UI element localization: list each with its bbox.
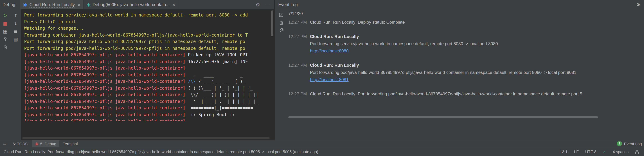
console-line: [java-hello-world-867854997c-pfljs java-… [24, 58, 274, 65]
event-body: Cloud Run: Run LocallyPort forwarding po… [310, 62, 641, 83]
wrench-icon[interactable] [278, 28, 284, 33]
gear-icon[interactable]: ⚙ [256, 2, 260, 7]
event-time: 12:27 PM [288, 62, 308, 83]
minimize-icon[interactable]: — [266, 2, 270, 7]
tab-cloud-run-run-locally[interactable]: Cloud Run: Run Locally × [20, 0, 84, 9]
event-list: 12:27 PMCloud Run: Run Locally: Deploy s… [288, 19, 641, 97]
status-bar: Cloud Run: Run Locally: Port forwarding … [0, 147, 644, 156]
debug-header-actions: ⚙ — [256, 0, 270, 9]
event-body: Cloud Run: Run Locally: Deploy status: C… [310, 19, 641, 26]
event-log-body: 7/14/20 12:27 PMCloud Run: Run Locally: … [275, 9, 644, 140]
layout-icon[interactable]: ▤ [12, 35, 19, 43]
step-down-icon[interactable]: ↓ [12, 20, 19, 27]
clear-all-icon[interactable] [279, 20, 284, 25]
event-log-content: 7/14/20 12:27 PMCloud Run: Run Locally: … [288, 11, 641, 133]
event-time: 12:27 PM [288, 90, 308, 97]
todo-label: 6: TODO [12, 142, 28, 146]
event-text: Cloud Run: Run Locally: Deploy status: C… [310, 19, 641, 26]
tab-debug-5005[interactable]: Debug(5005): java-hello-world-contain...… [84, 0, 178, 9]
event-log-horizontal-scrollbar[interactable] [288, 116, 598, 118]
console-line: Watching for changes... [24, 25, 274, 32]
event-link[interactable]: http://localhost:8081 [310, 76, 349, 83]
event-text: Cloud Run: Run Locally: Port forwarding … [310, 90, 641, 97]
event-title: Cloud Run: Run Locally [310, 62, 641, 69]
console-line: [java-hello-world-867854997c-pfljs java-… [24, 105, 274, 111]
console-line: Port forwarding service/java-hello-world… [24, 12, 274, 18]
tool-window-button-event-log[interactable]: 3 Event Log [617, 141, 644, 146]
event-link[interactable]: http://localhost:8080 [310, 47, 349, 55]
restore-layout-icon[interactable]: ▦ [2, 28, 9, 35]
file-encoding[interactable]: UTF-8 [585, 150, 596, 154]
console-line: Forwarding container java-hello-world-86… [24, 32, 274, 38]
console-horizontal-scrollbar[interactable] [22, 137, 270, 139]
ide-window: Debug: Cloud Run: Run Locally × [0, 0, 644, 156]
tool-window-switcher-icon[interactable]: ≡ [0, 141, 9, 146]
debug-bug-icon [86, 2, 91, 7]
event-item: 12:27 PMCloud Run: Run LocallyPort forwa… [288, 62, 641, 83]
console-line: Port forwarding pod/java-hello-world-867… [24, 38, 274, 45]
trash-icon[interactable] [2, 43, 9, 51]
event-item: 12:27 PMCloud Run: Run LocallyPort forwa… [288, 33, 641, 55]
stop-icon[interactable]: ■ [2, 20, 9, 27]
tool-window-button-terminal[interactable]: Terminal [60, 140, 81, 147]
console-output: Port forwarding service/java-hello-world… [21, 9, 274, 121]
console-line: Press Ctrl+C to exit [24, 18, 274, 25]
console-settings-icon[interactable]: ≡ [12, 28, 19, 35]
cloud-run-icon [23, 2, 28, 7]
event-text: Port forwarding service/java-hello-world… [310, 40, 641, 47]
event-item: 12:27 PMCloud Run: Run Locally: Port for… [288, 90, 641, 97]
console-line: Port forwarding pod/java-hello-world-867… [24, 45, 274, 52]
console-line: [java-hello-world-867854997c-pfljs java-… [24, 85, 274, 91]
console-line: [java-hello-world-867854997c-pfljs java-… [24, 91, 274, 98]
run-console[interactable]: Port forwarding service/java-hello-world… [21, 9, 274, 140]
event-log-toolbar [276, 12, 286, 33]
console-line: [java-hello-world-867854997c-pfljs java-… [24, 118, 274, 121]
debug-tool-window: Debug: Cloud Run: Run Locally × [0, 0, 274, 140]
debug-bug-icon [35, 142, 39, 146]
event-text: Port forwarding pod/java-hello-world-867… [310, 69, 641, 76]
event-log-button-label: Event Log [624, 142, 642, 146]
console-line: [java-hello-world-867854997c-pfljs java-… [24, 98, 274, 105]
event-item: 12:27 PMCloud Run: Run Locally: Deploy s… [288, 19, 641, 26]
lock-icon[interactable] [635, 149, 639, 154]
event-time: 12:27 PM [288, 33, 308, 55]
tool-window-bar: ≡ 6: TODO 5: Debug Terminal 3 Eve [0, 140, 644, 147]
gear-icon[interactable]: ⚙ [636, 2, 640, 7]
event-log-title: Event Log [278, 2, 298, 7]
debug-toolbar: ↻ ↑ ■ ↓ ▦ ≡ ▤ [0, 9, 21, 140]
tool-window-button-todo[interactable]: 6: TODO [9, 140, 32, 147]
event-body: Cloud Run: Run Locally: Port forwarding … [310, 90, 641, 97]
event-log-panel: Event Log ⚙ [274, 0, 644, 140]
line-separator[interactable]: LF [574, 150, 579, 154]
console-line: [java-hello-world-867854997c-pfljs java-… [24, 52, 274, 58]
debug-header: Debug: Cloud Run: Run Locally × [0, 0, 274, 9]
console-line: [java-hello-world-867854997c-pfljs java-… [24, 72, 274, 78]
event-log-badge: 3 [617, 141, 622, 146]
event-date: 7/14/20 [288, 11, 641, 16]
tool-window-button-debug[interactable]: 5: Debug [32, 140, 60, 147]
pin-icon[interactable] [2, 35, 9, 43]
debug-body: ↻ ↑ ■ ↓ ▦ ≡ ▤ [0, 9, 274, 140]
indent-setting[interactable]: 4 spaces [613, 150, 628, 154]
console-line: [java-hello-world-867854997c-pfljs java-… [24, 78, 274, 85]
status-message: Cloud Run: Run Locally: Port forwarding … [4, 150, 318, 154]
status-bar-widgets: 13:1 LF UTF-8 ✓ 4 spaces [560, 149, 640, 154]
step-up-icon[interactable]: ↑ [12, 12, 19, 19]
event-body: Cloud Run: Run LocallyPort forwarding se… [310, 33, 641, 55]
console-vertical-scrollbar[interactable] [271, 10, 273, 36]
event-log-header: Event Log ⚙ [275, 0, 644, 9]
tab-label: Cloud Run: Run Locally [29, 2, 75, 7]
mark-all-read-icon[interactable] [278, 12, 284, 17]
debug-tab-label: 5: Debug [40, 142, 56, 146]
tab-label: Debug(5005): java-hello-world-contain... [93, 2, 170, 7]
caret-position[interactable]: 13:1 [560, 150, 568, 154]
terminal-label: Terminal [63, 142, 78, 146]
inspections-check-icon[interactable]: ✓ [603, 149, 606, 154]
rerun-icon[interactable]: ↻ [2, 12, 9, 19]
event-time: 12:27 PM [288, 19, 308, 26]
debug-label: Debug: [2, 2, 16, 7]
event-title: Cloud Run: Run Locally [310, 33, 641, 40]
close-icon[interactable]: × [78, 2, 80, 7]
close-icon[interactable]: × [172, 2, 175, 7]
console-line: [java-hello-world-867854997c-pfljs java-… [24, 65, 274, 72]
